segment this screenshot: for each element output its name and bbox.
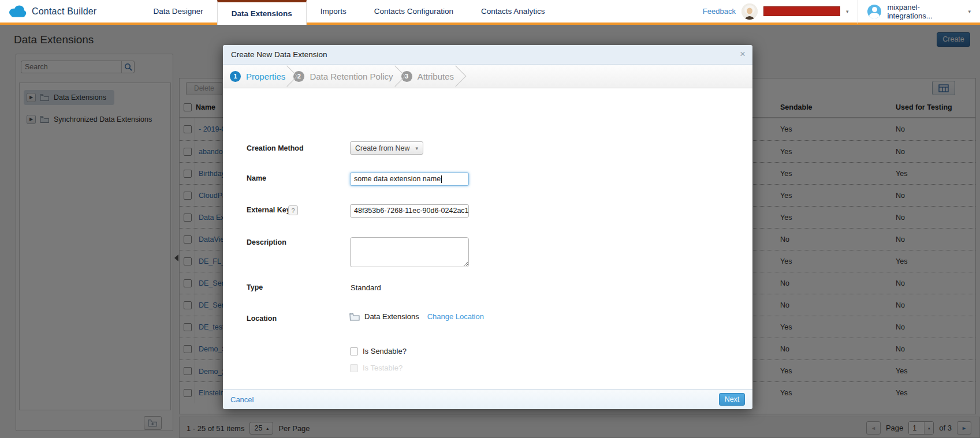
step-data-retention-policy[interactable]: 2 Data Retention Policy bbox=[293, 71, 393, 82]
change-location-link[interactable]: Change Location bbox=[427, 312, 484, 321]
nav-right-cluster: Feedback ▾ mixpanel-integrations... ▾ bbox=[703, 0, 980, 23]
nav-divider bbox=[858, 0, 858, 24]
redacted-account-selector[interactable] bbox=[763, 6, 840, 16]
creation-method-value: Create from New bbox=[355, 144, 409, 152]
app-brand: Contact Builder bbox=[0, 0, 105, 23]
description-label: Description bbox=[247, 238, 286, 246]
salesforce-cloud-logo-icon bbox=[8, 5, 27, 18]
nav-tab-data-extensions[interactable]: Data Extensions bbox=[217, 0, 307, 25]
step-chevron-icon bbox=[445, 66, 467, 87]
close-icon[interactable]: × bbox=[740, 49, 746, 59]
location-row: Data Extensions Change Location bbox=[349, 312, 484, 321]
modal-body: Creation Method Create from New ▾ Name s… bbox=[223, 88, 752, 389]
user-avatar-icon[interactable] bbox=[867, 5, 881, 18]
text-cursor bbox=[441, 175, 442, 183]
help-icon[interactable]: ? bbox=[288, 205, 298, 215]
modal-footer: Cancel Next bbox=[223, 389, 752, 409]
type-value: Standard bbox=[351, 283, 381, 292]
nav-tab-contacts-configuration[interactable]: Contacts Configuration bbox=[360, 0, 467, 23]
modal-header: Create New Data Extension × bbox=[223, 45, 752, 65]
name-field-value: some data extension name bbox=[354, 175, 441, 183]
is-sendable-label: Is Sendable? bbox=[363, 347, 407, 355]
account-name: mixpanel-integrations... bbox=[887, 3, 962, 20]
account-menu-chevron-icon[interactable]: ▾ bbox=[968, 9, 971, 14]
chevron-down-icon[interactable]: ▾ bbox=[846, 9, 849, 14]
nav-tab-contacts-analytics[interactable]: Contacts Analytics bbox=[467, 0, 558, 23]
folder-icon bbox=[349, 312, 360, 321]
is-testable-checkbox[interactable] bbox=[350, 364, 358, 372]
modal-title: Create New Data Extension bbox=[231, 50, 327, 59]
type-label: Type bbox=[247, 283, 263, 291]
is-sendable-checkbox[interactable] bbox=[350, 347, 358, 355]
top-navbar: Contact Builder Data Designer Data Exten… bbox=[0, 0, 980, 25]
location-label: Location bbox=[247, 315, 277, 323]
feedback-link[interactable]: Feedback bbox=[703, 7, 736, 16]
external-key-field[interactable]: 48f353b6-7268-11ec-90d6-0242ac1200 bbox=[350, 204, 469, 218]
next-button[interactable]: Next bbox=[719, 393, 745, 406]
step-chevron-icon bbox=[384, 66, 405, 87]
nav-tab-imports[interactable]: Imports bbox=[307, 0, 360, 23]
wizard-steps: 1 Properties 2 Data Retention Policy 3 A… bbox=[223, 65, 752, 88]
name-label: Name bbox=[247, 174, 266, 182]
is-sendable-row: Is Sendable? bbox=[350, 347, 407, 355]
is-testable-label: Is Testable? bbox=[363, 364, 403, 372]
is-testable-row: Is Testable? bbox=[350, 364, 403, 372]
name-field[interactable]: some data extension name bbox=[350, 173, 469, 186]
step-chevron-icon bbox=[277, 66, 298, 87]
einstein-avatar[interactable] bbox=[741, 3, 758, 20]
external-key-label: External Key bbox=[247, 206, 290, 214]
app-title: Contact Builder bbox=[32, 6, 96, 17]
contact-builder-app: Contact Builder Data Designer Data Exten… bbox=[0, 0, 980, 438]
step-label: Data Retention Policy bbox=[310, 72, 393, 81]
einstein-avatar-icon bbox=[741, 3, 758, 20]
creation-method-label: Creation Method bbox=[247, 144, 304, 152]
create-data-extension-modal: Create New Data Extension × 1 Properties… bbox=[223, 45, 752, 409]
cancel-link[interactable]: Cancel bbox=[230, 395, 254, 404]
nav-tab-data-designer[interactable]: Data Designer bbox=[139, 0, 217, 23]
location-value: Data Extensions bbox=[364, 312, 419, 321]
external-key-value: 48f353b6-7268-11ec-90d6-0242ac1200 bbox=[354, 207, 469, 215]
nav-tabs: Data Designer Data Extensions Imports Co… bbox=[139, 0, 558, 23]
dropdown-caret-icon: ▾ bbox=[415, 145, 418, 151]
creation-method-dropdown[interactable]: Create from New ▾ bbox=[350, 141, 423, 155]
step-number-badge: 1 bbox=[230, 71, 241, 82]
description-textarea[interactable] bbox=[350, 237, 469, 267]
